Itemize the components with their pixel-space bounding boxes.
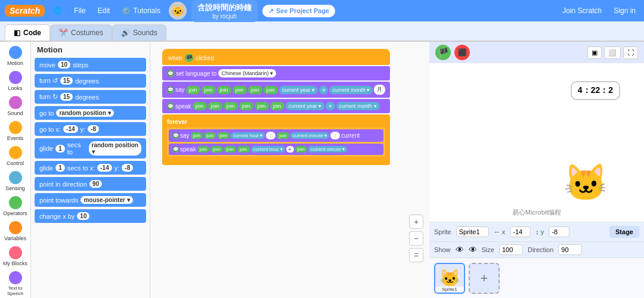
sprite-info-bar: Sprite ↔ x ↕ y Stage	[429, 222, 644, 241]
green-flag-button[interactable]: 🏴	[435, 45, 451, 60]
operators-color	[9, 196, 22, 209]
speak-icon: 💬	[167, 103, 174, 110]
zoom-in-button[interactable]: +	[409, 215, 423, 229]
stage-tab[interactable]: Stage	[609, 226, 639, 238]
script-group-main: when 🏴 clicked 💬 set language to Chinese…	[162, 49, 390, 165]
tab-code[interactable]: ◧ Code	[5, 24, 50, 41]
sprite-size-input[interactable]	[499, 244, 523, 255]
stage-controls: 🏴 ⬛ ▣ ⬜ ⛶	[429, 42, 644, 63]
main-area: Motion Looks Sound Events Control Sensin…	[0, 42, 644, 298]
show-eye-closed-button[interactable]: 👁	[469, 245, 477, 254]
control-color	[9, 146, 22, 159]
sprite-cat: 🐱	[564, 162, 608, 204]
see-project-label: See Project Page	[276, 7, 329, 14]
sound-label: Sound	[7, 110, 23, 116]
sound-color	[9, 96, 22, 109]
category-variables[interactable]: Variables	[0, 219, 30, 243]
large-stage-button[interactable]: ⬜	[604, 46, 621, 59]
category-looks[interactable]: Looks	[0, 69, 30, 93]
when-flag-clicked-block[interactable]: when 🏴 clicked	[162, 49, 390, 65]
sprite-direction-input[interactable]	[558, 244, 582, 255]
block-glide-xy[interactable]: glide 1 secs to x: -14 y: -8	[35, 161, 146, 175]
speech-bubble-text: 4：22：2	[578, 85, 613, 95]
category-motion[interactable]: Motion	[0, 44, 30, 68]
tutorials-icon: ⚙️	[122, 7, 131, 15]
language-dropdown[interactable]: Chinese (Mandarin) ▾	[218, 69, 276, 77]
join-button[interactable]: Join Scratch	[559, 5, 605, 16]
tts-label: Text to Speech	[1, 285, 29, 296]
say-icon: 💬	[167, 86, 174, 94]
forever-speak-block[interactable]: 💬 speak join join join join current hour…	[169, 144, 383, 155]
add-sprite-button[interactable]: +	[469, 263, 500, 294]
signin-button[interactable]: Sign in	[610, 5, 639, 16]
speak-join-block[interactable]: 💬 speak join join join join join join cu…	[162, 99, 390, 113]
category-sensing[interactable]: Sensing	[0, 169, 30, 193]
flag-icon: 🏴	[185, 54, 193, 62]
tabbar: ◧ Code ✂️ Costumes 🔊 Sounds	[0, 21, 644, 42]
small-stage-button[interactable]: ▣	[587, 46, 602, 59]
category-events[interactable]: Events	[0, 119, 30, 143]
block-point-towards[interactable]: point towards mouse-pointer ▾	[35, 193, 146, 207]
script-area[interactable]: when 🏴 clicked 💬 set language to Chinese…	[150, 42, 429, 298]
forever-block[interactable]: forever 💬 say join join join current hou…	[162, 114, 390, 165]
sprite-y-input[interactable]	[549, 226, 569, 237]
variables-label: Variables	[4, 235, 26, 241]
tutorials-label: Tutorials	[133, 7, 160, 15]
nav-file[interactable]: File	[70, 5, 89, 16]
zoom-reset-button[interactable]: =	[409, 248, 423, 262]
block-point-direction[interactable]: point in direction 90	[35, 177, 146, 191]
fullscreen-button[interactable]: ⛶	[623, 46, 638, 59]
watermark: 易心Microbit编程	[512, 208, 562, 217]
category-tts[interactable]: Text to Speech	[0, 269, 30, 298]
block-goto-xy[interactable]: go to x: -14 y: -8	[35, 122, 146, 136]
sprite-thumb-1[interactable]: 🐱 Sprite1	[434, 263, 465, 294]
nav-globe[interactable]: 🌐	[49, 5, 66, 16]
say-join-block[interactable]: 💬 say join join join join join join curr…	[162, 82, 390, 98]
nav-edit[interactable]: Edit	[94, 5, 114, 16]
cat-avatar: 🐱	[169, 2, 187, 20]
variables-color	[9, 221, 22, 234]
categories-panel: Motion Looks Sound Events Control Sensin…	[0, 42, 31, 298]
sounds-tab-label: Sounds	[133, 29, 157, 37]
category-sound[interactable]: Sound	[0, 94, 30, 118]
costumes-tab-label: Costumes	[71, 29, 103, 37]
forever-say-block[interactable]: 💬 say join join join current hour ▾ ： jo…	[169, 129, 383, 142]
scratch-logo[interactable]: Scratch	[5, 5, 45, 17]
tab-sounds[interactable]: 🔊 Sounds	[112, 24, 166, 41]
sprite-x-input[interactable]	[510, 226, 531, 237]
show-eye-open-button[interactable]: 👁	[456, 245, 464, 254]
events-label: Events	[7, 135, 24, 141]
stage-canvas: 4：22：2 🐱 易心Microbit编程	[429, 63, 644, 222]
block-turn-left[interactable]: turn ↺ 15 degrees	[35, 74, 146, 88]
tab-costumes[interactable]: ✂️ Costumes	[50, 24, 112, 41]
navbar: Scratch 🌐 File Edit ⚙️ Tutorials 🐱 含說時間的…	[0, 0, 644, 21]
block-goto-random[interactable]: go to random position ▾	[35, 106, 146, 120]
control-label: Control	[7, 160, 24, 166]
zoom-out-button[interactable]: −	[409, 231, 423, 246]
looks-label: Looks	[8, 85, 22, 91]
globe-icon: 🌐	[53, 7, 62, 15]
logo-text: Scratch	[10, 6, 40, 15]
stop-button[interactable]: ⬛	[454, 45, 470, 60]
script-canvas: when 🏴 clicked 💬 set language to Chinese…	[150, 42, 429, 298]
code-tab-icon: ◧	[14, 29, 20, 37]
sensing-color	[9, 171, 22, 184]
blocks-panel-header: Motion	[35, 45, 146, 54]
set-language-block[interactable]: 💬 set language to Chinese (Mandarin) ▾	[162, 66, 390, 80]
stage-view-controls: ▣ ⬜ ⛶	[587, 46, 638, 59]
block-turn-right[interactable]: turn ↻ 15 degrees	[35, 90, 146, 104]
sprite-name-input[interactable]	[456, 226, 489, 237]
see-project-button[interactable]: ↗ See Project Page	[262, 5, 335, 17]
nav-tutorials[interactable]: ⚙️ Tutorials	[118, 5, 164, 16]
project-author: by rocjuh	[197, 13, 252, 20]
block-move-steps[interactable]: move 10 steps	[35, 58, 146, 72]
events-color	[9, 121, 22, 134]
block-glide-random[interactable]: glide 1 secs to random position ▾	[35, 138, 146, 159]
block-change-x[interactable]: change x by 10	[35, 209, 146, 223]
category-my-blocks[interactable]: My Blocks	[0, 244, 30, 268]
category-operators[interactable]: Operators	[0, 194, 30, 218]
category-control[interactable]: Control	[0, 144, 30, 168]
project-name-display[interactable]: 含說時間的時鐘 by rocjuh	[191, 0, 258, 22]
sounds-tab-icon: 🔊	[121, 29, 130, 37]
project-title: 含說時間的時鐘	[197, 2, 252, 13]
